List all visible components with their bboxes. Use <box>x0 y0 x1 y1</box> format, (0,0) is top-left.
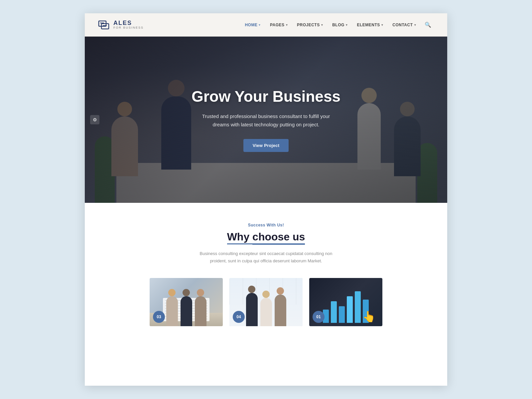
section-description: Business consulting excepteur sint occae… <box>196 250 336 265</box>
section-title: Why choose us <box>98 231 434 245</box>
bar-2 <box>331 301 337 323</box>
card-1: 03 <box>150 278 223 326</box>
card-badge-3: 01 <box>313 311 325 323</box>
nav-item-contact[interactable]: CONTACT ▾ <box>389 20 419 30</box>
bar-5 <box>355 291 361 323</box>
hero-subtitle: Trusted and professional business consul… <box>196 112 336 129</box>
mini-person <box>260 298 272 326</box>
why-choose-us-section: Success With Us! Why choose us Business … <box>85 203 447 339</box>
nav-item-pages[interactable]: PAGES ▾ <box>267 20 291 30</box>
hero-title: Grow Your Business <box>192 87 340 106</box>
chevron-down-icon: ▾ <box>259 23 261 27</box>
brand-name: ALES <box>113 20 144 27</box>
nav-link-elements[interactable]: ELEMENTS ▾ <box>353 20 386 30</box>
card-2: 04 <box>229 278 303 326</box>
nav-link-contact[interactable]: CONTACT ▾ <box>389 20 419 30</box>
brand-tagline: FOR BUSINESS <box>113 26 144 30</box>
mini-person <box>166 296 178 326</box>
nav-item-search[interactable]: 🔍 <box>422 19 434 31</box>
logo-link[interactable]: ALES FOR BUSINESS <box>98 19 144 31</box>
navbar: ALES FOR BUSINESS HOME ▾ PAGES ▾ PROJECT… <box>85 13 447 37</box>
nav-link-home[interactable]: HOME ▾ <box>241 20 264 30</box>
page-wrapper: ALES FOR BUSINESS HOME ▾ PAGES ▾ PROJECT… <box>85 13 447 386</box>
nav-links: HOME ▾ PAGES ▾ PROJECTS ▾ BLOG ▾ <box>241 19 434 31</box>
title-highlight: choose us <box>252 231 305 245</box>
section-tagline: Success With Us! <box>98 223 434 227</box>
nav-link-pages[interactable]: PAGES ▾ <box>267 20 291 30</box>
nav-link-projects[interactable]: PROJECTS ▾ <box>294 20 326 30</box>
logo-text: ALES FOR BUSINESS <box>113 20 144 30</box>
hand-pointer-icon: 👆 <box>362 310 376 323</box>
cards-row: 03 04 <box>98 278 434 333</box>
nav-link-blog[interactable]: BLOG ▾ <box>329 20 351 30</box>
nav-item-blog[interactable]: BLOG ▾ <box>329 20 351 30</box>
card-badge-2: 04 <box>233 311 245 323</box>
view-project-button[interactable]: View Project <box>243 139 289 152</box>
mini-person <box>195 296 206 326</box>
settings-widget[interactable]: ⚙ <box>90 115 99 124</box>
nav-item-elements[interactable]: ELEMENTS ▾ <box>353 20 386 30</box>
mini-person <box>246 293 258 326</box>
chevron-down-icon: ▾ <box>414 23 416 27</box>
nav-item-projects[interactable]: PROJECTS ▾ <box>294 20 326 30</box>
hero-content: Grow Your Business Trusted and professio… <box>85 37 447 203</box>
mini-person <box>181 296 192 326</box>
search-button[interactable]: 🔍 <box>422 19 434 31</box>
bar-3 <box>339 306 345 323</box>
chevron-down-icon: ▾ <box>381 23 383 27</box>
card-3: 👆 01 <box>309 278 382 326</box>
mini-person <box>275 295 286 326</box>
chevron-down-icon: ▾ <box>321 23 323 27</box>
bar-4 <box>347 296 353 323</box>
chevron-down-icon: ▾ <box>286 23 288 27</box>
card-badge-1: 03 <box>153 311 165 323</box>
hero-section: ⚙ Grow Your Business Trusted and profess… <box>85 37 447 203</box>
chevron-down-icon: ▾ <box>346 23 348 27</box>
logo-icon <box>98 19 110 31</box>
nav-item-home[interactable]: HOME ▾ <box>241 20 264 30</box>
